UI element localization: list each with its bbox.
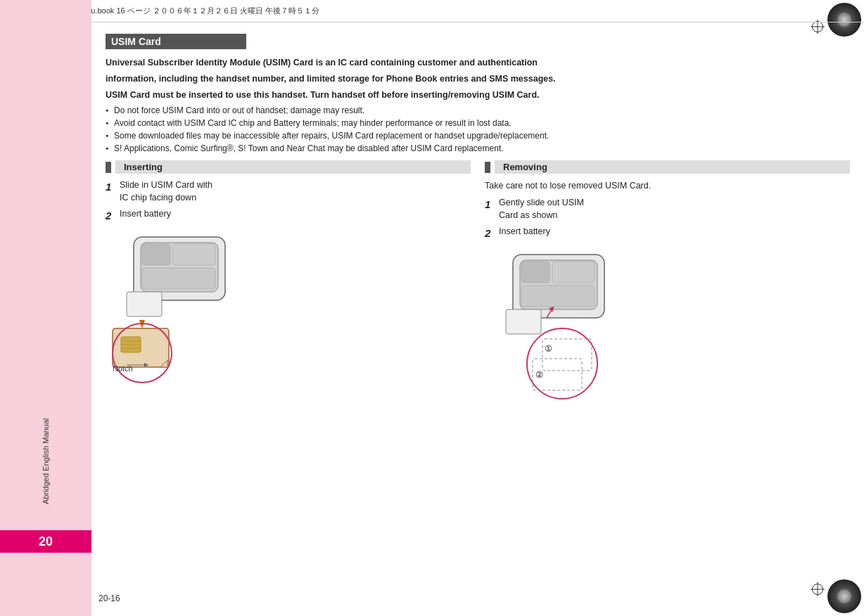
removing-intro: Take care not to lose removed USIM Card. (485, 179, 850, 193)
remove-step-1-text: Gently slide out USIMCard as shown (499, 197, 584, 222)
remove-step-number-2: 2 (485, 226, 495, 240)
inserting-title: Inserting (115, 160, 471, 174)
step-number-2: 2 (106, 208, 115, 223)
left-sidebar: Abridged English Manual 20 (0, 0, 91, 616)
svg-rect-19 (552, 262, 595, 283)
inserting-title-bar: Inserting (106, 160, 471, 174)
inserting-svg (106, 230, 246, 385)
svg-rect-21 (506, 309, 541, 334)
insert-step-2-text: Insert battery (120, 208, 171, 221)
svg-rect-20 (521, 285, 595, 307)
bullet-item-3: Some downloaded files may be inaccessibl… (106, 129, 850, 142)
section-title: USIM Card (106, 34, 246, 49)
remove-step-2: 2 Insert battery (485, 226, 850, 240)
page-number-badge: 20 (0, 530, 91, 553)
main-content: USIM Card Universal Subscriber Identity … (91, 23, 864, 616)
svg-rect-2 (142, 244, 170, 265)
bullet-list: Do not force USIM Card into or out of ha… (106, 104, 850, 155)
removing-svg: ① ② (485, 248, 625, 402)
insert-step-1-text: Slide in USIM Card withIC chip facing do… (120, 179, 212, 204)
svg-text:②: ② (535, 370, 543, 380)
remove-step-number-1: 1 (485, 197, 495, 212)
inserting-diagram: Notch (106, 230, 471, 387)
svg-rect-4 (142, 268, 215, 289)
removing-title: Removing (495, 160, 850, 174)
intro-line2: information, including the handset numbe… (106, 72, 850, 86)
removing-diagram: ① ② (485, 248, 850, 404)
svg-rect-3 (173, 244, 215, 265)
header-bar: L280_insatsu.book 16 ページ ２００６年１２月２６日 火曜日… (0, 0, 864, 23)
remove-step-2-text: Insert battery (499, 226, 550, 238)
intro-line1: Universal Subscriber Identity Module (US… (106, 56, 850, 70)
step-number-1: 1 (106, 179, 115, 194)
removing-indicator (485, 162, 490, 173)
two-column-layout: Inserting 1 Slide in USIM Card withIC ch… (106, 160, 850, 404)
removing-title-bar: Removing (485, 160, 850, 174)
svg-rect-18 (521, 262, 549, 283)
notch-label: Notch (113, 364, 133, 373)
bullet-item-4: S! Applications, Comic Surfing®, S! Town… (106, 142, 850, 155)
svg-rect-5 (127, 292, 162, 316)
removing-column: Removing Take care not to lose removed U… (485, 160, 850, 404)
remove-step-1: 1 Gently slide out USIMCard as shown (485, 197, 850, 222)
insert-step-1: 1 Slide in USIM Card withIC chip facing … (106, 179, 471, 204)
inserting-indicator (106, 162, 111, 173)
svg-text:①: ① (545, 344, 552, 354)
inserting-column: Inserting 1 Slide in USIM Card withIC ch… (106, 160, 471, 404)
intro-line3: USIM Card must be inserted to use this h… (106, 89, 850, 102)
bullet-item-2: Avoid contact with USIM Card IC chip and… (106, 117, 850, 129)
bullet-item-1: Do not force USIM Card into or out of ha… (106, 104, 850, 117)
sidebar-label: Abridged English Manual (0, 405, 91, 518)
insert-step-2: 2 Insert battery (106, 208, 471, 223)
